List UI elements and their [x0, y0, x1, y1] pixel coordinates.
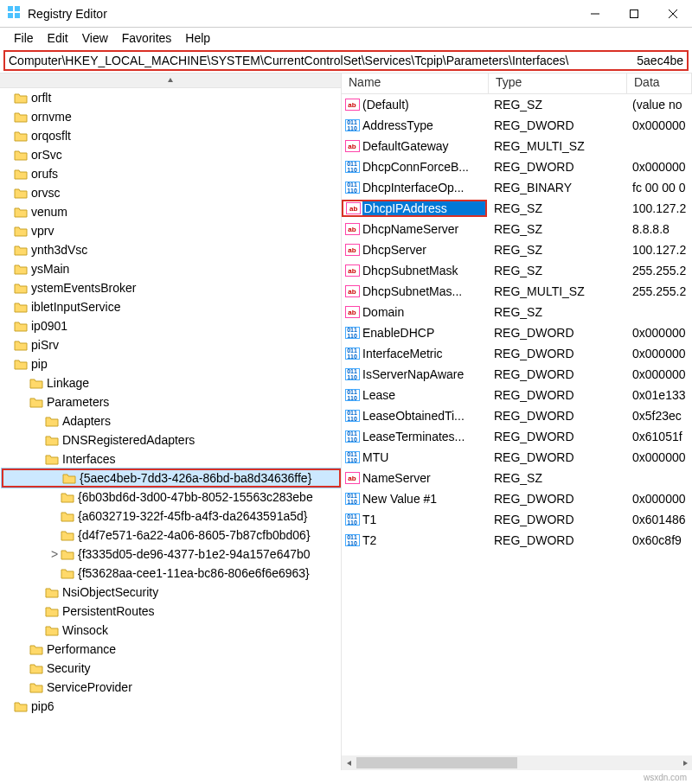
horizontal-scrollbar[interactable] [342, 755, 692, 770]
value-row[interactable]: 011110EnableDHCPREG_DWORD0x000000 [342, 322, 692, 343]
value-row[interactable]: abDhcpSubnetMas...REG_MULTI_SZ255.255.2 [342, 281, 692, 302]
value-row[interactable]: ab(Default)REG_SZ(value no [342, 94, 692, 115]
window-title: Registry Editor [28, 7, 575, 21]
tree-item[interactable]: {6b03bd6d-3d00-47bb-8052-15563c283ebe [2, 488, 341, 507]
value-row[interactable]: abDhcpNameServerREG_SZ8.8.8.8 [342, 219, 692, 239]
value-row[interactable]: 011110MTUREG_DWORD0x000000 [342, 447, 692, 468]
tree-item[interactable]: orSvc [2, 145, 341, 164]
string-icon: ab [345, 265, 360, 277]
tree-item[interactable]: NsiObjectSecurity [2, 583, 341, 602]
string-icon: ab [345, 285, 360, 297]
tree-item[interactable]: ystemEventsBroker [2, 278, 341, 297]
tree-item[interactable]: Linkage [2, 373, 341, 392]
value-type: REG_DWORD [487, 388, 625, 402]
tree-item[interactable]: Security [2, 659, 341, 678]
value-row[interactable]: abDefaultGatewayREG_MULTI_SZ [342, 136, 692, 156]
close-button[interactable] [653, 0, 692, 28]
col-data[interactable]: Data [627, 73, 692, 93]
tree-item[interactable]: {5aec4beb-7dd3-426a-86bd-ba8d34636ffe} [2, 468, 341, 488]
value-name: Domain [361, 305, 487, 319]
value-type: REG_DWORD [487, 347, 625, 360]
scroll-left-button[interactable] [342, 755, 356, 770]
tree-pane[interactable]: orfltornvmeorqosfltorSvcorufsorvscvenumv… [0, 73, 342, 770]
app-icon [7, 5, 21, 22]
string-icon: ab [345, 306, 360, 318]
value-row[interactable]: 011110LeaseObtainedTi...REG_DWORD0x5f23e… [342, 405, 692, 426]
value-row[interactable]: abDhcpServerREG_SZ100.127.2 [342, 239, 692, 260]
tree-item-label: Interfaces [62, 452, 115, 466]
tree-item[interactable]: ornvme [2, 107, 341, 126]
svg-rect-0 [8, 6, 13, 11]
tree-item-label: Linkage [47, 376, 89, 390]
value-row[interactable]: abDhcpIPAddressREG_SZ100.127.2 [342, 198, 692, 219]
value-row[interactable]: 011110New Value #1REG_DWORD0x000000 [342, 488, 692, 509]
tree-item-label: NsiObjectSecurity [62, 585, 158, 599]
expand-icon[interactable]: > [48, 547, 61, 561]
tree-item[interactable]: PersistentRoutes [2, 602, 341, 621]
menu-edit[interactable]: Edit [42, 29, 74, 47]
tree-item[interactable]: Performance [2, 640, 341, 659]
value-row[interactable]: 011110T2REG_DWORD0x60c8f9 [342, 530, 692, 551]
binary-icon: 011110 [345, 161, 360, 173]
maximize-button[interactable] [614, 0, 653, 28]
tree-item[interactable]: Adapters [2, 411, 341, 430]
value-row[interactable]: abNameServerREG_SZ [342, 468, 692, 488]
svg-rect-3 [15, 13, 20, 18]
tree-item[interactable]: vprv [2, 221, 341, 240]
value-row[interactable]: 011110T1REG_DWORD0x601486 [342, 509, 692, 530]
value-row[interactable]: abDomainREG_SZ [342, 302, 692, 322]
value-name: DefaultGateway [361, 139, 487, 153]
tree-item[interactable]: ynth3dVsc [2, 240, 341, 259]
menu-view[interactable]: View [77, 29, 113, 47]
tree-item[interactable]: ibletInputService [2, 297, 341, 316]
value-row[interactable]: abDhcpSubnetMaskREG_SZ255.255.2 [342, 260, 692, 281]
tree-item[interactable]: >{f3335d05-de96-4377-b1e2-94a157e647b0 [2, 545, 341, 564]
tree-item[interactable]: {d4f7e571-6a22-4a06-8605-7b87cfb0bd06} [2, 526, 341, 545]
string-icon: ab [346, 202, 361, 214]
value-data: 0x000000 [625, 450, 692, 464]
tree-item[interactable]: ip0901 [2, 316, 341, 335]
menu-favorites[interactable]: Favorites [117, 29, 177, 47]
value-row[interactable]: 011110DhcpInterfaceOp...REG_BINARYfc 00 … [342, 177, 692, 198]
tree-item[interactable]: {a6032719-322f-45fb-a4f3-da2643591a5d} [2, 507, 341, 526]
value-row[interactable]: 011110IsServerNapAwareREG_DWORD0x000000 [342, 364, 692, 385]
tree-item[interactable]: Winsock [2, 621, 341, 640]
menu-file[interactable]: File [9, 29, 39, 47]
tree-item[interactable]: {f53628aa-cee1-11ea-bc86-806e6f6e6963} [2, 564, 341, 583]
scroll-right-button[interactable] [677, 755, 692, 770]
value-row[interactable]: 011110LeaseREG_DWORD0x01e133 [342, 385, 692, 405]
tree-item[interactable]: ysMain [2, 259, 341, 278]
tree-item[interactable]: orvsc [2, 183, 341, 202]
value-row[interactable]: 011110InterfaceMetricREG_DWORD0x000000 [342, 343, 692, 364]
tree-item[interactable]: ServiceProvider [2, 678, 341, 697]
tree-item[interactable]: pip6 [2, 697, 341, 716]
tree-item[interactable]: Interfaces [2, 449, 341, 468]
value-data: 255.255.2 [625, 284, 692, 298]
tree-item[interactable]: DNSRegisteredAdapters [2, 430, 341, 449]
value-data: fc 00 00 0 [625, 181, 692, 194]
tree-item[interactable]: orufs [2, 164, 341, 183]
value-type: REG_DWORD [487, 118, 625, 132]
values-pane[interactable]: Name Type Data ab(Default)REG_SZ(value n… [342, 73, 692, 770]
col-type[interactable]: Type [489, 73, 627, 93]
menu-help[interactable]: Help [180, 29, 215, 47]
binary-icon: 011110 [345, 513, 360, 526]
minimize-button[interactable] [575, 0, 614, 28]
tree-item-label: vprv [31, 224, 54, 238]
value-row[interactable]: 011110DhcpConnForceB...REG_DWORD0x000000 [342, 156, 692, 177]
tree-item-label: Security [47, 661, 91, 675]
tree-item[interactable]: Parameters [2, 392, 341, 411]
scroll-up-button[interactable] [0, 73, 341, 88]
tree-item[interactable]: pip [2, 354, 341, 373]
tree-item[interactable]: orqosflt [2, 126, 341, 145]
tree-item[interactable]: piSrv [2, 335, 341, 354]
tree-item[interactable]: orflt [2, 88, 341, 107]
value-name: MTU [361, 450, 487, 464]
tree-item-label: orflt [31, 91, 51, 105]
col-name[interactable]: Name [342, 73, 489, 93]
value-row[interactable]: 011110AddressTypeREG_DWORD0x000000 [342, 115, 692, 136]
value-row[interactable]: 011110LeaseTerminates...REG_DWORD0x61051… [342, 426, 692, 447]
address-bar[interactable]: Computer\HKEY_LOCAL_MACHINE\SYSTEM\Curre… [3, 50, 689, 71]
tree-item[interactable]: venum [2, 202, 341, 221]
value-data: 255.255.2 [625, 264, 692, 277]
